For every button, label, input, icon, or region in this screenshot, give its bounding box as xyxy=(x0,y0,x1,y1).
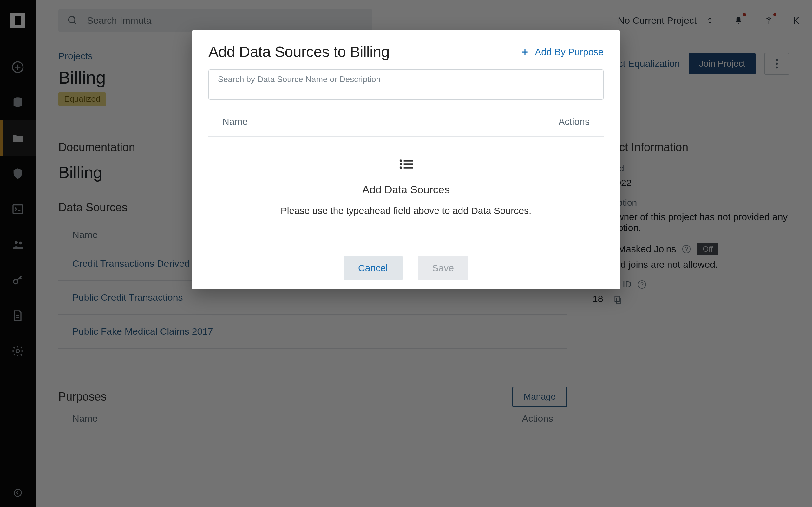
cancel-button[interactable]: Cancel xyxy=(344,256,402,280)
svg-rect-17 xyxy=(404,163,413,165)
list-icon xyxy=(399,159,413,171)
plus-icon xyxy=(521,48,529,56)
add-by-purpose-label: Add By Purpose xyxy=(535,47,604,57)
svg-rect-15 xyxy=(404,160,413,162)
svg-point-18 xyxy=(400,166,402,169)
add-data-sources-modal: Add Data Sources to Billing Add By Purpo… xyxy=(192,31,620,289)
add-by-purpose-button[interactable]: Add By Purpose xyxy=(521,47,604,57)
datasource-search-input[interactable]: Search by Data Source Name or Descriptio… xyxy=(208,69,604,100)
svg-point-14 xyxy=(400,159,402,162)
modal-col-actions: Actions xyxy=(559,116,590,127)
save-button[interactable]: Save xyxy=(418,256,468,280)
svg-rect-19 xyxy=(404,167,413,169)
modal-overlay: Add Data Sources to Billing Add By Purpo… xyxy=(0,0,812,507)
modal-col-name: Name xyxy=(222,116,248,127)
modal-title: Add Data Sources to Billing xyxy=(208,43,390,60)
svg-point-16 xyxy=(400,163,402,165)
empty-state-subtitle: Please use the typeahead field above to … xyxy=(221,205,591,216)
empty-state-title: Add Data Sources xyxy=(221,183,591,196)
datasource-search-placeholder: Search by Data Source Name or Descriptio… xyxy=(218,74,380,84)
